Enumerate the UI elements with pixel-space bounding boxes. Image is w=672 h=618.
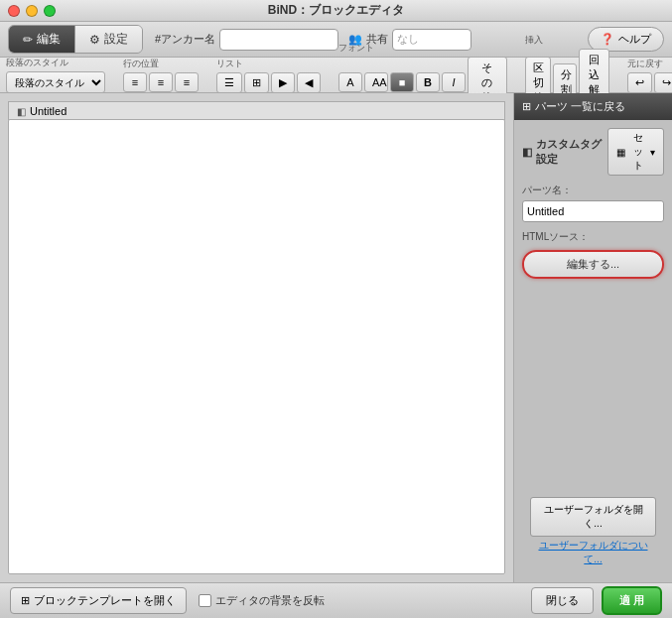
anchor-section: #アンカー名 xyxy=(155,29,338,51)
minimize-window-button[interactable] xyxy=(26,5,38,17)
list-button-3[interactable]: ▶ xyxy=(271,72,295,93)
maximize-window-button[interactable] xyxy=(44,5,56,17)
custom-tag-icon: ◧ xyxy=(522,146,532,159)
titlebar: BiND：ブロックエディタ xyxy=(0,0,672,22)
gear-icon: ⚙ xyxy=(89,33,100,47)
paragraph-label: 段落のスタイル xyxy=(6,57,68,69)
anchor-input[interactable] xyxy=(219,29,338,51)
bg-toggle-label: エディタの背景を反転 xyxy=(215,593,325,608)
position-label: 行の位置 xyxy=(123,58,159,70)
right-panel: ⊞ パーツ 一覧に戻る ◧ カスタムタグ設定 ▦ セット ▾ パーツ名： HTM… xyxy=(513,93,672,582)
custom-tag-section: ◧ カスタムタグ設定 ▦ セット ▾ パーツ名： HTMLソース： 編集する..… xyxy=(514,120,672,582)
back-label: パーツ 一覧に戻る xyxy=(535,99,625,114)
user-folder-button[interactable]: ユーザーフォルダを開く... xyxy=(530,497,656,537)
font-label: フォント xyxy=(338,42,374,55)
font-aa-button[interactable]: AA xyxy=(364,72,388,92)
paragraph-controls: 段落のスタイル xyxy=(6,71,105,93)
close-window-button[interactable] xyxy=(8,5,20,17)
position-controls: ≡ ≡ ≡ xyxy=(123,72,199,92)
grid-small-icon: ▦ xyxy=(616,147,625,158)
custom-tag-title: ◧ カスタムタグ設定 ▦ セット ▾ xyxy=(522,128,664,176)
user-folder-link[interactable]: ユーザーフォルダについて... xyxy=(530,539,656,566)
edit-button[interactable]: ✏ 編集 xyxy=(9,26,74,53)
second-toolbar: 段落のスタイル 段落のスタイル 行の位置 ≡ ≡ ≡ リスト ☰ ⊞ ▶ ◀ フ… xyxy=(0,58,672,93)
main-area: ◧ Untitled ⊞ パーツ 一覧に戻る ◧ カスタムタグ設定 ▦ セット … xyxy=(0,93,672,582)
list-button-4[interactable]: ◀ xyxy=(297,72,321,93)
align-right-button[interactable]: ≡ xyxy=(175,72,199,92)
paragraph-select[interactable]: 段落のスタイル xyxy=(6,71,105,93)
html-source-label: HTMLソース： xyxy=(522,230,664,244)
action-label: 挿入 xyxy=(525,34,543,47)
settings-button[interactable]: ⚙ 設定 xyxy=(74,26,142,53)
set-button[interactable]: ▦ セット ▾ xyxy=(607,128,664,176)
align-center-button[interactable]: ≡ xyxy=(149,72,173,92)
italic-button[interactable]: I xyxy=(442,72,466,92)
apply-button[interactable]: 適 用 xyxy=(602,586,662,615)
tab-icon: ◧ xyxy=(17,106,26,117)
edit-source-button[interactable]: 編集する... xyxy=(522,250,664,279)
editor-tab-label: Untitled xyxy=(30,105,67,117)
list-button-1[interactable]: ☰ xyxy=(216,72,242,93)
redo-button[interactable]: ↪ xyxy=(654,72,672,93)
parts-name-label: パーツ名： xyxy=(522,184,664,197)
close-button[interactable]: 閉じる xyxy=(531,587,594,614)
parts-name-input[interactable] xyxy=(522,200,664,222)
bottom-right-controls: 閉じる 適 用 xyxy=(531,586,662,615)
bold-button[interactable]: B xyxy=(416,72,440,92)
editor-content[interactable] xyxy=(8,119,505,574)
paragraph-section: 段落のスタイル 段落のスタイル xyxy=(6,57,105,93)
grid-icon: ⊞ xyxy=(522,100,531,113)
list-controls: ☰ ⊞ ▶ ◀ xyxy=(216,72,321,93)
list-button-2[interactable]: ⊞ xyxy=(244,72,269,93)
pencil-icon: ✏ xyxy=(23,33,33,47)
font-color-button[interactable]: ■ xyxy=(390,72,414,92)
window-controls[interactable] xyxy=(8,5,56,17)
edit-settings-group: ✏ 編集 ⚙ 設定 xyxy=(8,25,143,54)
list-section: リスト ☰ ⊞ ▶ ◀ xyxy=(216,58,321,93)
undo-section: 元に戻す ↩ ↪ xyxy=(627,58,672,93)
bottom-bar: ⊞ ブロックテンプレートを開く エディタの背景を反転 閉じる 適 用 xyxy=(0,582,672,618)
editor-tab[interactable]: ◧ Untitled xyxy=(8,101,505,120)
align-left-button[interactable]: ≡ xyxy=(123,72,147,92)
block-template-icon: ⊞ xyxy=(21,594,30,607)
bg-toggle: エディタの背景を反転 xyxy=(199,593,325,608)
undo-controls: ↩ ↪ xyxy=(627,72,672,93)
font-a-button[interactable]: A xyxy=(338,72,362,92)
titlebar-title: BiND：ブロックエディタ xyxy=(268,2,404,19)
undo-label: 元に戻す xyxy=(627,58,663,70)
undo-button[interactable]: ↩ xyxy=(627,72,652,93)
chevron-down-icon: ▾ xyxy=(650,147,655,158)
anchor-label: #アンカー名 xyxy=(155,32,215,47)
block-template-button[interactable]: ⊞ ブロックテンプレートを開く xyxy=(10,587,187,614)
position-section: 行の位置 ≡ ≡ ≡ xyxy=(123,58,199,92)
bg-toggle-checkbox[interactable] xyxy=(199,594,211,607)
back-to-parts-button[interactable]: ⊞ パーツ 一覧に戻る xyxy=(514,93,672,120)
list-label: リスト xyxy=(216,58,243,70)
editor-panel: ◧ Untitled xyxy=(0,93,513,582)
